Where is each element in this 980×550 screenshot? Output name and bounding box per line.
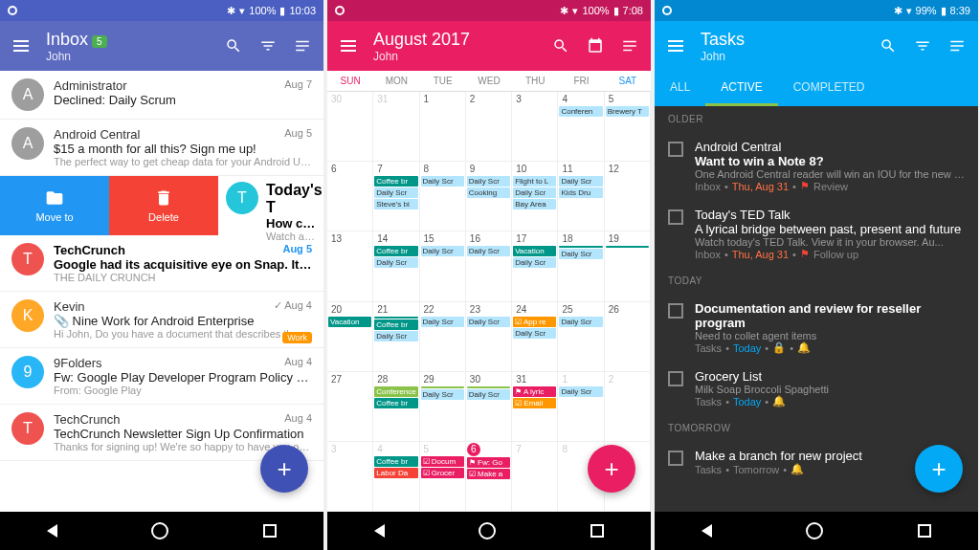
event-chip[interactable]: Daily Scr: [513, 257, 556, 268]
event-chip[interactable]: ⚑ A lyric: [513, 386, 556, 397]
day-cell[interactable]: 22Daily Scr: [420, 302, 466, 371]
task-item[interactable]: Android Central Want to win a Note 8? On…: [655, 132, 978, 200]
add-event-fab[interactable]: +: [588, 445, 635, 493]
day-cell[interactable]: 13: [327, 231, 373, 300]
event-chip[interactable]: Daily Scr: [559, 249, 602, 259]
recents-icon[interactable]: [263, 524, 277, 538]
day-cell[interactable]: 12: [605, 162, 651, 231]
checkbox[interactable]: [668, 303, 683, 319]
event-chip[interactable]: Daily Scr: [559, 386, 602, 397]
settings-icon[interactable]: [293, 36, 312, 55]
day-cell[interactable]: 23Daily Scr: [466, 302, 512, 371]
checkbox[interactable]: [668, 142, 683, 157]
day-cell[interactable]: 28ConferenceCoffee br: [373, 372, 419, 441]
day-cell[interactable]: 16Daily Scr: [466, 231, 512, 300]
event-chip[interactable]: Daily Scr: [467, 317, 510, 327]
event-chip[interactable]: Daily Scr: [559, 317, 602, 327]
compose-fab[interactable]: +: [260, 445, 308, 493]
day-cell[interactable]: 30: [327, 92, 373, 161]
day-cell[interactable]: 2: [605, 372, 651, 441]
day-cell[interactable]: 2: [466, 92, 512, 161]
list-item[interactable]: K Kevin✓ Aug 4 📎 Nine Work for Android E…: [0, 292, 323, 348]
day-cell[interactable]: 31: [373, 92, 419, 161]
move-to-button[interactable]: Move to: [0, 176, 109, 235]
event-chip[interactable]: ☑ Email: [513, 398, 556, 408]
day-cell[interactable]: 5☑ Docum☑ Grocer: [420, 442, 466, 511]
day-cell[interactable]: 11Daily ScrKids Dru: [558, 162, 604, 231]
event-chip[interactable]: Conference: [374, 386, 417, 397]
back-icon[interactable]: [374, 524, 385, 538]
day-cell[interactable]: 5Brewery T: [605, 92, 651, 161]
event-chip[interactable]: Vacation: [328, 317, 371, 327]
search-icon[interactable]: [879, 36, 898, 55]
checkbox[interactable]: [668, 209, 683, 225]
day-cell[interactable]: 14Coffee brDaily Scr: [373, 231, 419, 300]
day-cell[interactable]: 10Flight to LDaily ScrBay Area: [512, 162, 558, 231]
event-chip[interactable]: [606, 246, 649, 248]
event-chip[interactable]: Vacation: [513, 246, 556, 256]
event-chip[interactable]: Daily Scr: [513, 187, 556, 198]
day-cell[interactable]: 30Daily Scr: [466, 372, 512, 441]
task-item[interactable]: Documentation and review for reseller pr…: [655, 294, 978, 362]
day-cell[interactable]: 7: [512, 442, 558, 511]
event-chip[interactable]: [421, 386, 464, 388]
event-chip[interactable]: [559, 246, 602, 248]
event-chip[interactable]: ☑ Grocer: [421, 468, 464, 478]
day-cell[interactable]: 4Conferen: [558, 92, 604, 161]
day-cell[interactable]: 20Vacation: [327, 302, 373, 371]
checkbox[interactable]: [668, 371, 683, 386]
event-chip[interactable]: Steve's bi: [374, 199, 417, 209]
day-cell[interactable]: 1Daily Scr: [558, 372, 604, 441]
settings-icon[interactable]: [947, 36, 967, 55]
menu-icon[interactable]: [339, 36, 358, 55]
event-chip[interactable]: Coffee br: [374, 176, 417, 187]
event-chip[interactable]: ☑ App re: [513, 317, 556, 327]
day-cell[interactable]: 26: [605, 302, 651, 371]
event-chip[interactable]: Daily Scr: [374, 257, 417, 268]
recents-icon[interactable]: [918, 524, 931, 538]
day-cell[interactable]: 19: [605, 231, 651, 300]
event-chip[interactable]: Coffee br: [374, 456, 417, 467]
back-icon[interactable]: [702, 524, 712, 538]
day-cell[interactable]: 6⚑ Fw: Go☑ Make a: [466, 442, 512, 511]
search-icon[interactable]: [224, 36, 243, 55]
event-chip[interactable]: ⚑ Fw: Go: [467, 457, 510, 468]
event-chip[interactable]: Daily Scr: [467, 246, 510, 256]
home-icon[interactable]: [151, 522, 168, 539]
filter-icon[interactable]: [913, 36, 932, 55]
event-chip[interactable]: ☑ Make a: [467, 469, 510, 479]
menu-icon[interactable]: [666, 36, 685, 55]
event-chip[interactable]: Daily Scr: [421, 176, 464, 187]
event-chip[interactable]: Daily Scr: [559, 176, 602, 187]
add-task-fab[interactable]: +: [915, 445, 963, 493]
list-item[interactable]: A Android CentralAug 5 $15 a month for a…: [0, 120, 323, 176]
search-icon[interactable]: [551, 36, 570, 55]
task-item[interactable]: Today's TED Talk A lyrical bridge betwee…: [655, 200, 978, 268]
event-chip[interactable]: Kids Dru: [559, 187, 602, 198]
event-chip[interactable]: Daily Scr: [467, 176, 510, 187]
home-icon[interactable]: [479, 522, 496, 539]
event-chip[interactable]: Daily Scr: [421, 317, 464, 327]
event-chip[interactable]: Daily Scr: [374, 187, 417, 198]
event-chip[interactable]: Coffee br: [374, 398, 417, 408]
list-item[interactable]: T TechCrunchAug 5 Google had its acquisi…: [0, 235, 323, 292]
checkbox[interactable]: [668, 451, 683, 466]
recents-icon[interactable]: [590, 524, 604, 538]
event-chip[interactable]: Conferen: [559, 106, 602, 117]
event-chip[interactable]: Daily Scr: [421, 246, 464, 256]
event-chip[interactable]: Daily Scr: [374, 331, 417, 341]
day-cell[interactable]: 15Daily Scr: [420, 231, 466, 300]
day-cell[interactable]: 6: [327, 162, 373, 231]
event-chip[interactable]: Coffee br: [374, 246, 417, 256]
event-chip[interactable]: [467, 386, 510, 388]
settings-icon[interactable]: [620, 36, 639, 55]
day-cell[interactable]: 3: [327, 442, 373, 511]
home-icon[interactable]: [806, 522, 823, 539]
delete-button[interactable]: Delete: [109, 176, 218, 235]
day-cell[interactable]: 21Coffee brDaily Scr: [373, 302, 419, 371]
tab-all[interactable]: ALL: [655, 71, 705, 106]
menu-icon[interactable]: [11, 36, 31, 55]
day-cell[interactable]: 25Daily Scr: [558, 302, 604, 371]
day-cell[interactable]: 9Daily ScrCooking: [466, 162, 512, 231]
event-chip[interactable]: Brewery T: [606, 106, 649, 117]
